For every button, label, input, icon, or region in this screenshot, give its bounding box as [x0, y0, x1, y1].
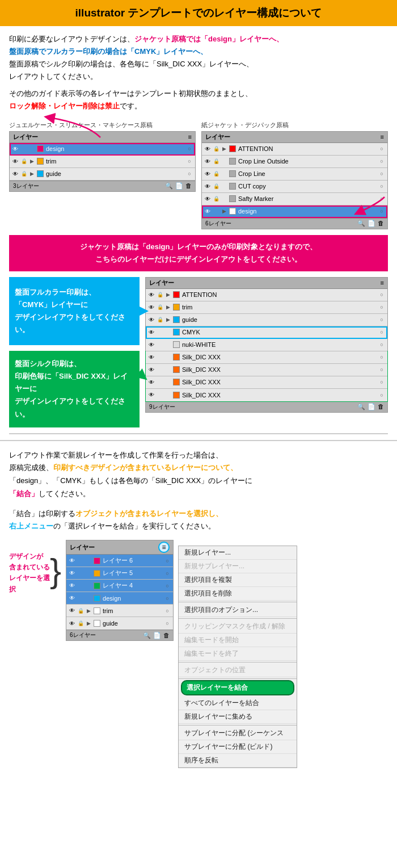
menu-item-flatten[interactable]: すべてのレイヤーを結合	[179, 697, 297, 710]
new-layer-icon[interactable]: 📄	[368, 403, 375, 410]
layer-row[interactable]: 👁 🔒 Safty Marker ○	[202, 193, 387, 206]
layer-row[interactable]: 👁 🔒 Crop Line Outside ○	[202, 156, 387, 168]
layer-row[interactable]: 👁 🔒 CUT copy ○	[202, 181, 387, 193]
menu-item-copy[interactable]: 選択項目を複製	[179, 573, 297, 587]
circle-btn: ○	[377, 158, 386, 164]
lock-icon: 🔒	[212, 196, 220, 202]
left-layer-panel: レイヤー ≡ 👁 design ○ 👁 🔒 ▶ trim	[9, 131, 196, 192]
delete-icon[interactable]: 🗑	[163, 632, 170, 639]
layer-name: レイヤー 4	[102, 581, 163, 590]
layer-row[interactable]: 👁 Silk_DIC XXX ○	[146, 376, 387, 389]
menu-item[interactable]: 新規レイヤー...	[179, 546, 297, 560]
circle-btn: ○	[377, 292, 386, 297]
layer-name: レイヤー 5	[102, 569, 163, 577]
circle-btn: ○	[377, 354, 386, 360]
menu-item-options[interactable]: 選択項目のオプション...	[179, 603, 297, 617]
new-layer-icon[interactable]: 📄	[368, 220, 375, 227]
layer-row[interactable]: 👁 Silk_DIC XXX ○	[146, 364, 387, 376]
circle-btn: ○	[377, 171, 386, 177]
layer-name: レイヤー 6	[102, 556, 163, 565]
intro-line2-blue: 盤面原稿でフルカラー印刷の場合は「CMYK」レイヤーへ、	[9, 47, 208, 56]
menu-item-reverse[interactable]: 順序を反転	[179, 754, 297, 768]
search-icon[interactable]: 🔍	[143, 632, 151, 639]
left-panel-title: ジュエルケース・スリムケース・マキシケース原稿	[9, 121, 196, 129]
arrow-icon: ▶	[164, 317, 172, 322]
layer-name: design	[102, 595, 163, 602]
eye-icon: 👁	[67, 582, 77, 589]
layer-row[interactable]: 👁 レイヤー 5 ○	[66, 567, 173, 580]
layer-name: trim	[181, 304, 377, 311]
search-icon[interactable]: 🔍	[165, 182, 173, 190]
circle-btn: ○	[163, 608, 172, 614]
layer-row-cmyk[interactable]: 👁 CMYK ○	[146, 326, 387, 339]
eye-icon: 👁	[203, 171, 212, 177]
color-swatch	[94, 595, 100, 602]
eye-icon: 👁	[147, 304, 156, 311]
menu-trigger-icon[interactable]: ≡	[158, 542, 170, 553]
delete-icon[interactable]: 🗑	[185, 182, 192, 190]
layer-name: guide	[102, 620, 163, 627]
layer-name: guide	[181, 316, 377, 323]
circle-btn: ○	[377, 367, 386, 372]
layer-row[interactable]: 👁 🔒 ▶ trim ○	[146, 301, 387, 314]
new-layer-icon[interactable]: 📄	[153, 632, 161, 639]
eye-icon: 👁	[67, 607, 77, 614]
layer-row[interactable]: 👁 🔒 ▶ ATTENTION ○	[202, 143, 387, 156]
eye-icon: 👁	[67, 620, 77, 627]
layer-row[interactable]: 👁 🔒 ▶ trim ○	[10, 156, 195, 168]
eye-icon: 👁	[147, 367, 156, 373]
menu-item-distribute-seq[interactable]: サブレイヤーに分配 (シーケンス	[179, 727, 297, 740]
menu-item-clip: クリッピングマスクを作成 / 解除	[179, 620, 297, 634]
layer-row-design[interactable]: 👁 ▶ design ○	[202, 206, 387, 218]
lock-icon: 🔒	[77, 608, 85, 614]
menu-item-collect[interactable]: 新規レイヤーに集める	[179, 710, 297, 724]
eye-icon: 👁	[203, 196, 212, 202]
layer-name: ATTENTION	[237, 145, 377, 152]
color-swatch	[37, 158, 44, 165]
color-swatch	[173, 329, 180, 336]
circle-btn: ○	[163, 583, 172, 589]
eye-icon: 👁	[11, 146, 20, 152]
menu-item-position: オブジェクトの位置	[179, 664, 297, 677]
lock-icon: 🔒	[212, 183, 220, 189]
color-swatch	[94, 557, 100, 564]
layer-name: CMYK	[181, 329, 377, 336]
layer-row[interactable]: 👁 レイヤー 6 ○	[66, 555, 173, 567]
lock-icon: 🔒	[212, 146, 220, 152]
page-header: illustrator テンプレートでのレイヤー構成について	[0, 0, 397, 26]
layer-row[interactable]: 👁 🔒 Crop Line ○	[202, 168, 387, 181]
bottom-para1-line4-red: 「結合」	[9, 489, 39, 498]
layer-row[interactable]: 👁 🔒 ▶ guide ○	[146, 314, 387, 326]
menu-item-delete[interactable]: 選択項目を削除	[179, 587, 297, 601]
layer-row[interactable]: 👁 🔒 ▶ trim ○	[66, 605, 173, 617]
layer-row[interactable]: 👁 nuki-WHITE ○	[146, 339, 387, 351]
layer-row[interactable]: 👁 Silk_DIC XXX ○	[146, 389, 387, 401]
pink-box-line1: ジャケット原稿は「design」レイヤーのみが印刷対象となりますので、	[80, 242, 318, 251]
layer-row[interactable]: 👁 レイヤー 4 ○	[66, 580, 173, 592]
layer-row[interactable]: 👁 Silk_DIC XXX ○	[146, 351, 387, 364]
bottom-para2-line2-post: の「選択レイヤーを結合」を実行してください。	[53, 522, 216, 530]
menu-item-merge[interactable]: 選択レイヤーを結合	[181, 680, 294, 695]
new-layer-icon[interactable]: 📄	[175, 182, 183, 190]
layer-row[interactable]: 👁 design ○	[66, 592, 173, 605]
delete-icon[interactable]: 🗑	[378, 403, 384, 410]
layer-row[interactable]: 👁 🔒 ▶ ATTENTION ○	[146, 289, 387, 301]
right-panel-footer: 6レイヤー 🔍 📄 🗑	[202, 218, 387, 229]
circle-btn: ○	[185, 146, 194, 152]
menu-item-distribute-build[interactable]: サブレイヤーに分配 (ビルド)	[179, 740, 297, 754]
layer-row[interactable]: 👁 🔒 ▶ guide ○	[10, 168, 195, 181]
delete-icon[interactable]: 🗑	[378, 220, 384, 227]
layer-row[interactable]: 👁 🔒 ▶ guide ○	[66, 617, 173, 630]
layer-name: Safty Marker	[237, 195, 377, 202]
eye-icon: 👁	[67, 570, 77, 576]
layer-row[interactable]: 👁 design ○	[10, 143, 195, 156]
circle-btn: ○	[377, 342, 386, 347]
layer-name: Silk_DIC XXX	[181, 366, 377, 373]
search-icon[interactable]: 🔍	[357, 403, 365, 410]
search-icon[interactable]: 🔍	[357, 220, 365, 227]
bottom-para1-line4-post: してください。	[39, 489, 90, 498]
layer-name: nuki-WHITE	[181, 341, 377, 348]
color-swatch	[173, 392, 180, 399]
circle-btn: ○	[377, 183, 386, 189]
layer-name: trim	[102, 607, 163, 614]
